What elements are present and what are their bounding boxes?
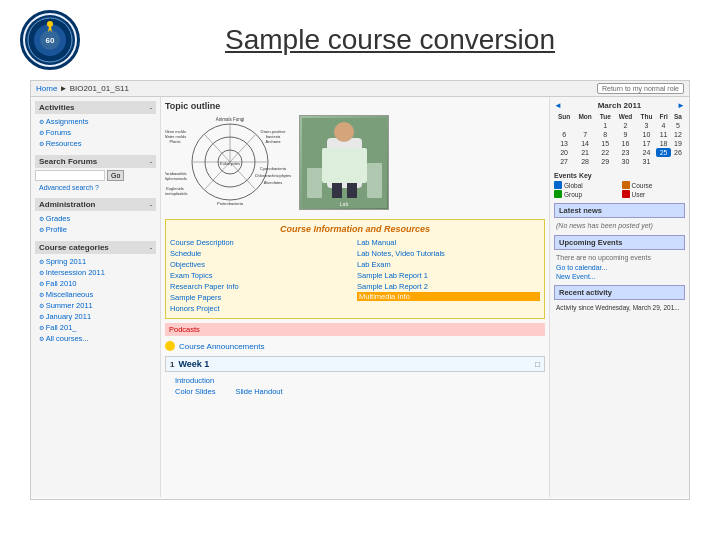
event-key-user: User: [622, 190, 686, 198]
goto-calendar-link[interactable]: Go to calendar...: [554, 263, 685, 272]
calendar-next-button[interactable]: ►: [677, 101, 685, 110]
calendar-day[interactable]: 14: [574, 139, 596, 148]
calendar-day[interactable]: 27: [554, 157, 574, 166]
sidebar-cat-intersession2011[interactable]: Intersession 2011: [35, 267, 156, 278]
course-categories-collapse[interactable]: -: [150, 244, 152, 251]
calendar-day[interactable]: 13: [554, 139, 574, 148]
calendar-day[interactable]: 21: [574, 148, 596, 157]
sidebar-cat-jan2011[interactable]: January 2011: [35, 311, 156, 322]
course-link-objectives[interactable]: Objectives: [170, 259, 353, 270]
calendar-day[interactable]: 19: [671, 139, 685, 148]
week1-item-color-slides[interactable]: Color Slides: [175, 386, 215, 397]
sidebar-link-forums[interactable]: Forums: [35, 127, 156, 138]
calendar-day[interactable]: 12: [671, 130, 685, 139]
calendar-day[interactable]: 3: [637, 121, 657, 130]
course-link-lab-report2[interactable]: Sample Lab Report 2: [357, 281, 540, 292]
upcoming-events-section: Upcoming Events There are no upcoming ev…: [554, 235, 685, 281]
search-input[interactable]: [35, 170, 105, 181]
global-dot: [554, 181, 562, 189]
calendar-day[interactable]: 15: [596, 139, 615, 148]
activities-collapse[interactable]: -: [150, 104, 152, 111]
calendar-day[interactable]: 7: [574, 130, 596, 139]
svg-text:Lab: Lab: [339, 201, 348, 207]
calendar-day[interactable]: 18: [656, 139, 671, 148]
calendar-day[interactable]: 8: [596, 130, 615, 139]
course-link-schedule[interactable]: Schedule: [170, 248, 353, 259]
calendar-day[interactable]: 20: [554, 148, 574, 157]
sidebar-link-resources[interactable]: Resources: [35, 138, 156, 149]
calendar-day[interactable]: 16: [614, 139, 636, 148]
week1-item-intro[interactable]: Introduction: [175, 375, 545, 386]
all-courses-link[interactable]: All courses...: [35, 333, 156, 344]
course-link-multimedia[interactable]: Multimedia Info: [357, 292, 540, 301]
course-link-exam-topics[interactable]: Exam Topics: [170, 270, 353, 281]
recent-activity-text: Activity since Wednesday, March 29, 201.…: [554, 302, 685, 313]
svg-text:Plants: Plants: [169, 139, 180, 144]
breadcrumb-home[interactable]: Home: [36, 84, 57, 93]
search-forums-collapse[interactable]: -: [150, 158, 152, 165]
calendar-day[interactable]: 5: [671, 121, 685, 130]
event-key-global: Global: [554, 181, 618, 189]
administration-section: Administration - Grades Profile: [35, 198, 156, 235]
sidebar-cat-spring2011[interactable]: Spring 2011: [35, 256, 156, 267]
course-link-sample-papers[interactable]: Sample Papers: [170, 292, 353, 303]
calendar-day[interactable]: 10: [637, 130, 657, 139]
course-link-description[interactable]: Course Description: [170, 237, 353, 248]
course-link-honors[interactable]: Honors Project: [170, 303, 353, 314]
calendar-day[interactable]: 29: [596, 157, 615, 166]
course-link-lab-notes[interactable]: Lab Notes, Video Tutorials: [357, 248, 540, 259]
sidebar-cat-summer2011[interactable]: Summer 2011: [35, 300, 156, 311]
calendar-day[interactable]: 9: [614, 130, 636, 139]
search-go-button[interactable]: Go: [107, 170, 124, 181]
calendar-day[interactable]: 28: [574, 157, 596, 166]
slide: 60 Sample course conversion Home ► BIO20…: [0, 0, 720, 540]
calendar-prev-button[interactable]: ◄: [554, 101, 562, 110]
group-dot: [554, 190, 562, 198]
course-link-lab-exam[interactable]: Lab Exam: [357, 259, 540, 270]
svg-rect-38: [367, 163, 382, 198]
course-link-lab-manual[interactable]: Lab Manual: [357, 237, 540, 248]
diagram-area: Animals Fungi Slime molds Water molds Pl…: [165, 115, 545, 215]
podcasts-link[interactable]: Podcasts: [169, 325, 200, 334]
week1-item-slide-handout[interactable]: Slide Handout: [235, 386, 282, 397]
svg-text:Diplomonads: Diplomonads: [165, 176, 187, 181]
calendar-day[interactable]: 1: [596, 121, 615, 130]
calendar-day[interactable]: 22: [596, 148, 615, 157]
sidebar-link-assignments[interactable]: Assignments: [35, 116, 156, 127]
activities-section: Activities - Assignments Forums Resource…: [35, 101, 156, 149]
sidebar-link-profile[interactable]: Profile: [35, 224, 156, 235]
calendar-day[interactable]: 6: [554, 130, 574, 139]
course-link-research[interactable]: Research Paper Info: [170, 281, 353, 292]
sidebar-cat-fall201[interactable]: Fall 201_: [35, 322, 156, 333]
calendar-day[interactable]: 11: [656, 130, 671, 139]
sidebar-link-grades[interactable]: Grades: [35, 213, 156, 224]
calendar-day[interactable]: 4: [656, 121, 671, 130]
sidebar-left: Activities - Assignments Forums Resource…: [31, 97, 161, 497]
calendar-day[interactable]: 31: [637, 157, 657, 166]
course-link-lab-report1[interactable]: Sample Lab Report 1: [357, 270, 540, 281]
week1-items: Introduction Color Slides Slide Handout: [165, 375, 545, 397]
calendar-day[interactable]: 25: [656, 148, 671, 157]
administration-label: Administration: [39, 200, 95, 209]
user-dot: [622, 190, 630, 198]
return-role-button[interactable]: Return to my normal role: [597, 83, 684, 94]
calendar-day[interactable]: 23: [614, 148, 636, 157]
calendar-day[interactable]: 24: [637, 148, 657, 157]
calendar-day[interactable]: 30: [614, 157, 636, 166]
advanced-search-link[interactable]: Advanced search ?: [35, 183, 156, 192]
breadcrumb: Home ► BIO201_01_S11: [36, 84, 129, 93]
svg-text:60: 60: [46, 36, 55, 45]
week1-expand[interactable]: □: [535, 360, 540, 369]
latest-news-header: Latest news: [554, 203, 685, 218]
announcements-link[interactable]: Course Announcements: [179, 342, 264, 351]
administration-collapse[interactable]: -: [150, 201, 152, 208]
breadcrumb-separator: ►: [60, 84, 68, 93]
new-event-link[interactable]: New Event...: [554, 272, 685, 281]
svg-text:Chlorarachniophytes: Chlorarachniophytes: [255, 173, 292, 178]
calendar-day[interactable]: 17: [637, 139, 657, 148]
svg-rect-36: [347, 183, 357, 198]
calendar-day[interactable]: 2: [614, 121, 636, 130]
calendar-day[interactable]: 26: [671, 148, 685, 157]
sidebar-cat-fall2010[interactable]: Fall 2010: [35, 278, 156, 289]
sidebar-cat-misc[interactable]: Miscellaneous: [35, 289, 156, 300]
